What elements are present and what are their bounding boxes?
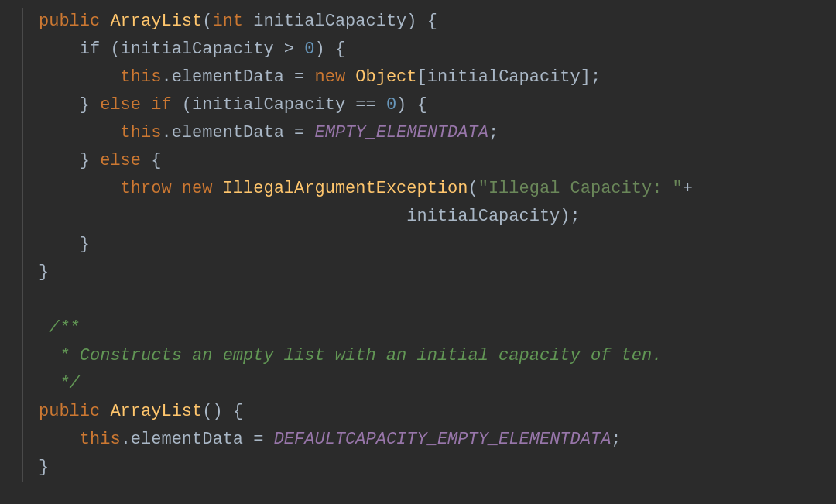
line-content: this.elementData = DEFAULTCAPACITY_EMPTY… xyxy=(23,426,836,453)
code-token: "Illegal Capacity: " xyxy=(478,179,683,198)
line-content: /** xyxy=(23,314,836,341)
code-token: } xyxy=(39,95,100,115)
code-token: ) { xyxy=(314,39,345,59)
code-token: { xyxy=(141,151,161,170)
code-token: ArrayList xyxy=(110,12,202,31)
code-token: public xyxy=(39,402,110,421)
line-content: if (initialCapacity > 0) { xyxy=(23,36,836,63)
code-token: } xyxy=(39,262,49,282)
code-token: == xyxy=(345,95,386,115)
line-content: } xyxy=(23,259,836,286)
code-line: } else if (initialCapacity == 0) { xyxy=(0,91,836,119)
code-token: EMPTY_ELEMENTDATA xyxy=(314,123,488,142)
code-token: ; xyxy=(611,430,621,449)
code-token: else xyxy=(100,151,141,170)
line-gutter xyxy=(0,342,23,370)
line-gutter xyxy=(0,147,23,175)
code-token: > xyxy=(274,39,305,59)
line-content: */ xyxy=(23,370,836,397)
line-content: public ArrayList(int initialCapacity) { xyxy=(23,8,836,35)
code-token: this xyxy=(39,67,161,87)
line-content: * Constructs an empty list with an initi… xyxy=(23,342,836,369)
line-content xyxy=(23,286,836,314)
code-token: new xyxy=(182,179,223,198)
code-line: if (initialCapacity > 0) { xyxy=(0,36,836,63)
code-token: initialCapacity xyxy=(192,95,345,115)
line-gutter xyxy=(0,231,23,259)
code-line: throw new IllegalArgumentException("Ille… xyxy=(0,175,836,203)
code-token: if ( xyxy=(39,39,121,59)
code-token: /** xyxy=(39,318,80,338)
line-content: public ArrayList() { xyxy=(23,398,836,425)
code-token: int xyxy=(212,12,253,31)
line-gutter xyxy=(0,286,23,314)
code-token: Object xyxy=(355,67,416,87)
code-line: } xyxy=(0,454,836,482)
code-token: DEFAULTCAPACITY_EMPTY_ELEMENTDATA xyxy=(274,430,612,449)
code-token xyxy=(39,179,121,198)
line-content: throw new IllegalArgumentException("Ille… xyxy=(23,175,836,202)
code-token: ( xyxy=(468,179,478,198)
code-line: } else { xyxy=(0,147,836,175)
line-gutter xyxy=(0,454,23,482)
line-gutter xyxy=(0,91,23,119)
code-line: this.elementData = new Object[initialCap… xyxy=(0,63,836,91)
line-gutter xyxy=(0,259,23,286)
code-token: ) { xyxy=(396,95,427,115)
code-token: .elementData = xyxy=(161,67,314,87)
code-token: public xyxy=(39,12,110,31)
line-gutter xyxy=(0,119,23,147)
code-line: public ArrayList(int initialCapacity) { xyxy=(0,8,836,36)
code-token: ); xyxy=(560,207,580,226)
code-token: 0 xyxy=(386,95,396,115)
code-token: initialCapacity xyxy=(39,207,560,226)
code-editor: public ArrayList(int initialCapacity) { … xyxy=(0,0,836,504)
code-token: this xyxy=(39,430,121,449)
line-gutter xyxy=(0,8,23,36)
code-token: * Constructs an empty list with an initi… xyxy=(39,346,662,365)
line-content: this.elementData = new Object[initialCap… xyxy=(23,63,836,91)
line-gutter xyxy=(0,36,23,63)
code-line: } xyxy=(0,231,836,259)
code-token: this xyxy=(39,123,161,142)
code-token: else if xyxy=(100,95,182,115)
code-token: */ xyxy=(39,374,80,393)
code-token: IllegalArgumentException xyxy=(223,179,468,198)
line-gutter xyxy=(0,398,23,426)
line-gutter xyxy=(0,426,23,454)
code-lines: public ArrayList(int initialCapacity) { … xyxy=(0,8,836,482)
code-token: ( xyxy=(202,12,212,31)
code-line: this.elementData = EMPTY_ELEMENTDATA; xyxy=(0,119,836,147)
line-content: } else { xyxy=(23,147,836,174)
code-token: ArrayList xyxy=(110,402,202,421)
code-line: } xyxy=(0,259,836,286)
line-gutter xyxy=(0,370,23,398)
code-token: } xyxy=(39,458,49,477)
code-line xyxy=(0,286,836,314)
line-content: initialCapacity); xyxy=(23,203,836,230)
line-gutter xyxy=(0,175,23,203)
code-token: throw xyxy=(121,179,182,198)
code-line: * Constructs an empty list with an initi… xyxy=(0,342,836,370)
line-gutter xyxy=(0,63,23,91)
code-token: new xyxy=(314,67,355,87)
line-gutter xyxy=(0,203,23,231)
code-line: */ xyxy=(0,370,836,398)
code-token: 0 xyxy=(304,39,314,59)
code-token: + xyxy=(683,179,693,198)
code-token: .elementData = xyxy=(161,123,314,142)
code-token: initialCapacity xyxy=(253,12,406,31)
code-token: ( xyxy=(182,95,192,115)
code-token: () { xyxy=(202,402,243,421)
line-content: } xyxy=(23,231,836,258)
code-line: initialCapacity); xyxy=(0,203,836,231)
line-gutter xyxy=(0,314,23,342)
line-content: } else if (initialCapacity == 0) { xyxy=(23,91,836,118)
code-token: .elementData = xyxy=(121,430,274,449)
line-content: this.elementData = EMPTY_ELEMENTDATA; xyxy=(23,119,836,146)
code-line: /** xyxy=(0,314,836,342)
code-line: this.elementData = DEFAULTCAPACITY_EMPTY… xyxy=(0,426,836,454)
code-token: } xyxy=(39,235,90,254)
code-token: } xyxy=(39,151,100,170)
code-token: initialCapacity xyxy=(121,39,274,59)
